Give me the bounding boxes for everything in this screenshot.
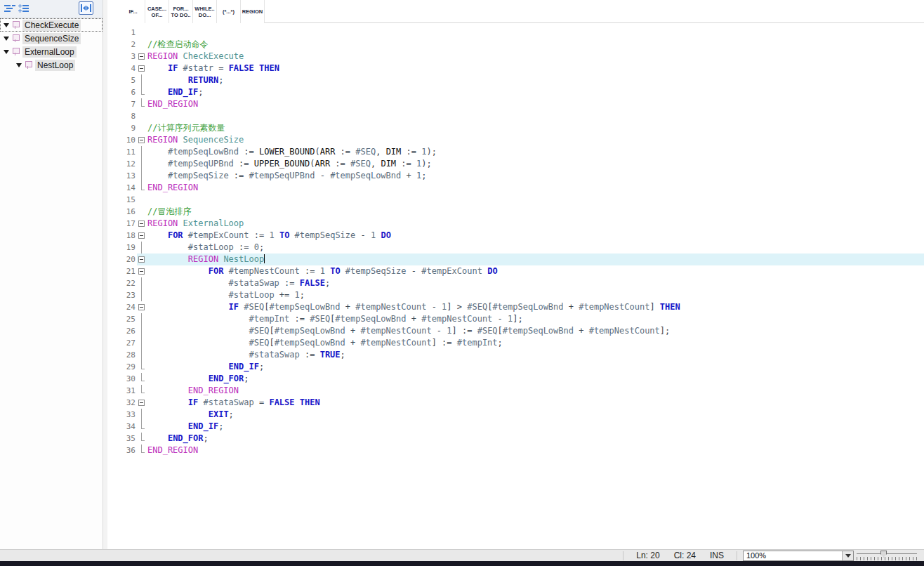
code-line-4[interactable]: 4 IF #statr = FALSE THEN xyxy=(121,62,924,74)
fold-margin xyxy=(137,242,147,254)
line-number: 10 xyxy=(121,134,137,146)
zoom-slider[interactable] xyxy=(857,551,917,561)
snippet-button-while[interactable]: WHILE..DO... xyxy=(193,0,217,23)
fold-margin xyxy=(137,182,147,194)
fold-margin xyxy=(137,98,147,110)
collapse-all-icon[interactable] xyxy=(3,3,15,14)
code-line-21[interactable]: 21 FOR #tempNestCount := 1 TO #tempSeqSi… xyxy=(121,265,924,277)
fold-toggle-icon[interactable] xyxy=(137,397,147,409)
snippet-button-label: WHILE.. xyxy=(194,6,214,12)
fold-margin xyxy=(137,74,147,86)
fold-toggle-icon[interactable] xyxy=(137,51,147,62)
code-line-15[interactable]: 15 xyxy=(121,194,924,206)
expander-triangle-icon[interactable] xyxy=(3,22,10,29)
zoom-level-value: 100% xyxy=(744,551,842,560)
code-line-18[interactable]: 18 FOR #tempExCount := 1 TO #tempSeqSize… xyxy=(121,230,924,242)
code-line-3[interactable]: 3REGION CheckExecute xyxy=(121,51,924,62)
code-line-24[interactable]: 24 IF #SEQ[#tempSeqLowBnd + #tempNestCou… xyxy=(121,301,924,313)
code-line-34[interactable]: 34 END_IF; xyxy=(121,421,924,433)
fold-toggle-icon[interactable] xyxy=(137,218,147,230)
region-icon xyxy=(12,34,20,43)
code-area[interactable]: 12//检查启动命令3REGION CheckExecute4 IF #stat… xyxy=(121,24,924,549)
fold-toggle-icon[interactable] xyxy=(137,301,147,313)
fold-toggle-icon[interactable] xyxy=(137,230,147,242)
code-line-14[interactable]: 14END_REGION xyxy=(121,182,924,194)
fold-margin xyxy=(137,385,147,397)
snippet-button-label: TO DO.. xyxy=(171,12,191,18)
code-line-17[interactable]: 17REGION ExternalLoop xyxy=(121,218,924,230)
fold-margin xyxy=(137,289,147,301)
region-icon xyxy=(25,61,32,70)
code-line-33[interactable]: 33 EXIT; xyxy=(121,409,924,421)
code-line-10[interactable]: 10REGION SequenceSize xyxy=(121,134,924,146)
region-tree: CheckExecuteSequenceSizeExternalLoopNest… xyxy=(0,18,103,72)
fold-toggle-icon[interactable] xyxy=(137,134,147,146)
tree-item-checkexecute[interactable]: CheckExecute xyxy=(0,18,103,32)
code-line-23[interactable]: 23 #statLoop += 1; xyxy=(121,289,924,301)
code-line-22[interactable]: 22 #stataSwap := FALSE; xyxy=(121,277,924,289)
snippet-button-if[interactable]: IF... xyxy=(121,0,145,23)
code-line-29[interactable]: 29 END_IF; xyxy=(121,361,924,373)
code-line-36[interactable]: 36END_REGION xyxy=(121,445,924,456)
code-line-27[interactable]: 27 #SEQ[#tempSeqLowBnd + #tempNestCount]… xyxy=(121,337,924,349)
sync-scroll-button[interactable] xyxy=(79,1,93,15)
code-line-6[interactable]: 6 END_IF; xyxy=(121,86,924,98)
code-line-13[interactable]: 13 #tempSeqSize := #tempSeqUPBnd - #temp… xyxy=(121,170,924,182)
code-line-5[interactable]: 5 RETURN; xyxy=(121,74,924,86)
snippet-button-label: REGION xyxy=(242,8,263,15)
snippet-button-[interactable]: (*...*) xyxy=(217,0,241,23)
code-text: IF #statr = FALSE THEN xyxy=(147,62,279,74)
code-text: END_IF; xyxy=(147,421,223,433)
line-number: 31 xyxy=(121,385,137,397)
expand-all-icon[interactable] xyxy=(18,3,31,14)
code-line-7[interactable]: 7END_REGION xyxy=(121,98,924,110)
code-line-8[interactable]: 8 xyxy=(121,110,924,122)
code-line-11[interactable]: 11 #tempSeqLowBnd := LOWER_BOUND(ARR := … xyxy=(121,146,924,158)
zoom-level-select[interactable]: 100% xyxy=(743,551,854,561)
snippet-button-for[interactable]: FOR...TO DO.. xyxy=(169,0,193,23)
snippet-button-label: FOR... xyxy=(173,6,188,12)
line-number: 25 xyxy=(121,313,137,325)
code-line-26[interactable]: 26 #SEQ[#tempSeqLowBnd + #tempNestCount … xyxy=(121,325,924,337)
line-number: 34 xyxy=(121,421,137,433)
code-line-35[interactable]: 35 END_FOR; xyxy=(121,433,924,445)
code-text: #stataSwap := TRUE; xyxy=(147,349,345,361)
line-number: 12 xyxy=(121,158,137,170)
code-line-1[interactable]: 1 xyxy=(121,27,924,39)
code-line-20[interactable]: 20 REGION NestLoop xyxy=(121,254,924,265)
fold-margin xyxy=(137,277,147,289)
code-line-19[interactable]: 19 #statLoop := 0; xyxy=(121,242,924,254)
tree-item-sequencesize[interactable]: SequenceSize xyxy=(0,32,103,45)
expander-triangle-icon[interactable] xyxy=(3,35,10,42)
code-line-9[interactable]: 9//计算序列元素数量 xyxy=(121,122,924,134)
tree-item-label: CheckExecute xyxy=(22,20,81,31)
code-text: IF #SEQ[#tempSeqLowBnd + #tempNestCount … xyxy=(147,301,680,313)
snippet-button-region[interactable]: REGION xyxy=(241,0,265,23)
code-line-30[interactable]: 30 END_FOR; xyxy=(121,373,924,385)
line-number: 30 xyxy=(121,373,137,385)
code-line-12[interactable]: 12 #tempSeqUPBnd := UPPER_BOUND(ARR := #… xyxy=(121,158,924,170)
code-line-2[interactable]: 2//检查启动命令 xyxy=(121,39,924,51)
tree-item-externalloop[interactable]: ExternalLoop xyxy=(0,45,103,58)
snippet-button-case[interactable]: CASE...OF... xyxy=(145,0,169,23)
code-line-16[interactable]: 16//冒泡排序 xyxy=(121,206,924,218)
code-line-32[interactable]: 32 IF #stataSwap = FALSE THEN xyxy=(121,397,924,409)
fold-toggle-icon[interactable] xyxy=(137,62,147,74)
code-line-31[interactable]: 31 END_REGION xyxy=(121,385,924,397)
tree-item-label: SequenceSize xyxy=(22,33,81,44)
fold-toggle-icon[interactable] xyxy=(137,254,147,265)
code-line-25[interactable]: 25 #tempInt := #SEQ[#tempSeqLowBnd + #te… xyxy=(121,313,924,325)
tree-item-nestloop[interactable]: NestLoop xyxy=(0,58,103,72)
fold-toggle-icon[interactable] xyxy=(137,265,147,277)
expander-triangle-icon[interactable] xyxy=(3,48,10,55)
code-text: //检查启动命令 xyxy=(147,39,208,51)
code-text: END_REGION xyxy=(147,98,198,110)
line-number: 33 xyxy=(121,409,137,421)
sidebar-scrollbar[interactable] xyxy=(103,0,107,549)
fold-margin xyxy=(137,27,147,39)
expander-triangle-icon[interactable] xyxy=(15,62,22,69)
fold-margin xyxy=(137,158,147,170)
chevron-down-icon[interactable] xyxy=(842,551,853,560)
fold-margin xyxy=(137,325,147,337)
code-line-28[interactable]: 28 #stataSwap := TRUE; xyxy=(121,349,924,361)
